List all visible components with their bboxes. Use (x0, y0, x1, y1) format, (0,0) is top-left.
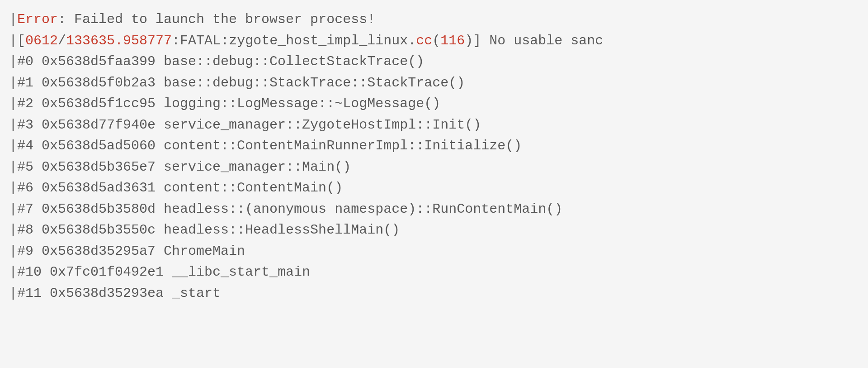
line-prefix: | (9, 30, 17, 52)
line-prefix: | (9, 241, 17, 262)
fatal-log-line: | [0612/133635.958777:FATAL:zygote_host_… (9, 30, 868, 52)
bracket-open: [ (17, 33, 25, 48)
stack-frame-text: #6 0x5638d5ad3631 content::ContentMain() (17, 177, 343, 199)
timestamp-time: 133635.958777 (66, 33, 172, 48)
stack-frame-text: #3 0x5638d77f940e service_manager::Zygot… (17, 115, 481, 136)
stack-frame: | #3 0x5638d77f940e service_manager::Zyg… (9, 115, 868, 136)
stack-frame: | #11 0x5638d35293ea _start (9, 283, 868, 304)
stack-frame-text: #7 0x5638d5b3580d headless::(anonymous n… (17, 199, 562, 220)
stack-frame: | #7 0x5638d5b3580d headless::(anonymous… (9, 199, 868, 220)
line-prefix: | (9, 157, 17, 178)
line-prefix: | (9, 135, 17, 157)
slash: / (58, 33, 66, 48)
stack-frame-text: #4 0x5638d5ad5060 content::ContentMainRu… (17, 135, 522, 157)
stack-frame-text: #10 0x7fc01f0492e1 __libc_start_main (17, 262, 310, 283)
line-prefix: | (9, 9, 17, 30)
fatal-content: [0612/133635.958777:FATAL:zygote_host_im… (17, 30, 603, 52)
stack-frame-text: #1 0x5638d5f0b2a3 base::debug::StackTrac… (17, 72, 465, 94)
stack-frame: | #10 0x7fc01f0492e1 __libc_start_main (9, 262, 868, 283)
stack-frame-text: #5 0x5638d5b365e7 service_manager::Main(… (17, 157, 351, 178)
stack-frame: | #4 0x5638d5ad5060 content::ContentMain… (9, 135, 868, 157)
stack-frame: | #1 0x5638d5f0b2a3 base::debug::StackTr… (9, 72, 868, 94)
stack-frame-text: #11 0x5638d35293ea _start (17, 283, 221, 304)
error-line: | Error: Failed to launch the browser pr… (9, 9, 868, 30)
line-prefix: | (9, 262, 17, 283)
fatal-tail: )] No usable sanc (465, 33, 603, 48)
stack-frame-text: #0 0x5638d5faa399 base::debug::CollectSt… (17, 51, 424, 72)
stack-frame: | #8 0x5638d5b3550c headless::HeadlessSh… (9, 220, 868, 241)
line-prefix: | (9, 115, 17, 136)
stack-frame: | #6 0x5638d5ad3631 content::ContentMain… (9, 177, 868, 199)
lparen: ( (432, 33, 440, 48)
stack-frame: | #2 0x5638d5f1cc95 logging::LogMessage:… (9, 93, 868, 115)
error-content: Error: Failed to launch the browser proc… (17, 9, 375, 30)
stack-frame: | #5 0x5638d5b365e7 service_manager::Mai… (9, 157, 868, 178)
line-prefix: | (9, 93, 17, 115)
source-ext: cc (416, 33, 432, 48)
error-message: : Failed to launch the browser process! (58, 12, 375, 27)
stack-frame-text: #2 0x5638d5f1cc95 logging::LogMessage::~… (17, 93, 440, 115)
line-prefix: | (9, 199, 17, 220)
line-prefix: | (9, 283, 17, 304)
stack-frame-text: #9 0x5638d35295a7 ChromeMain (17, 241, 245, 262)
line-prefix: | (9, 177, 17, 199)
source-lineno: 116 (440, 33, 465, 48)
stack-frame: | #0 0x5638d5faa399 base::debug::Collect… (9, 51, 868, 72)
line-prefix: | (9, 72, 17, 94)
timestamp-date: 0612 (25, 33, 58, 48)
line-prefix: | (9, 51, 17, 72)
stack-frame-text: #8 0x5638d5b3550c headless::HeadlessShel… (17, 220, 400, 241)
stack-frame: | #9 0x5638d35295a7 ChromeMain (9, 241, 868, 262)
error-label: Error (17, 12, 58, 27)
line-prefix: | (9, 220, 17, 241)
fatal-source: :FATAL:zygote_host_impl_linux. (172, 33, 416, 48)
